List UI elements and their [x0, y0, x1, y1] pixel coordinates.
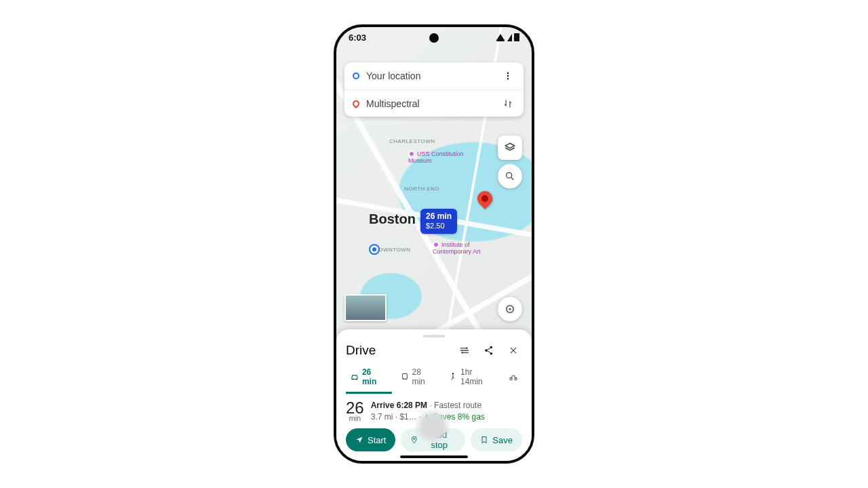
origin-field[interactable]: Your location [366, 70, 494, 81]
svg-point-7 [461, 352, 463, 354]
arrival-note: Fastest route [434, 401, 481, 410]
wifi-icon [496, 34, 505, 41]
more-options-button[interactable] [500, 68, 515, 83]
svg-point-5 [509, 308, 511, 310]
route-summary: 26 min Arrive 6:28 PM · Fastest route 3.… [346, 401, 522, 422]
swap-icon [503, 99, 513, 108]
layers-button[interactable] [498, 136, 522, 160]
route-detail-text: Arrive 6:28 PM · Fastest route 3.7 mi · … [371, 401, 485, 422]
sheet-header: Drive [346, 342, 522, 359]
museum-icon [433, 241, 439, 248]
tab-walk[interactable]: 1hr 14min [444, 365, 500, 394]
car-icon [350, 372, 359, 382]
punch-hole-camera [429, 33, 439, 43]
svg-point-0 [507, 73, 509, 74]
recenter-button[interactable] [498, 297, 522, 321]
search-icon [505, 171, 515, 182]
travel-mode-tabs: 26 min 28 min 1hr 14min [346, 365, 522, 394]
destination-field[interactable]: Multispectral [366, 98, 494, 109]
search-along-route-button[interactable] [498, 164, 522, 188]
duration-big: 26 min [346, 401, 364, 422]
destination-row[interactable]: Multispectral [344, 89, 524, 117]
route-origin-marker [370, 245, 378, 253]
svg-point-2 [507, 78, 509, 79]
battery-icon [514, 33, 519, 41]
tab-drive[interactable]: 26 min [346, 365, 392, 394]
svg-point-11 [353, 379, 354, 380]
arrival-time: Arrive 6:28 PM [371, 401, 427, 410]
svg-point-12 [355, 379, 357, 380]
add-location-icon [410, 436, 418, 444]
route-badge-duration: 26 min [426, 211, 452, 222]
bike-icon [509, 372, 518, 382]
add-stop-button[interactable]: Add stop [401, 428, 465, 451]
close-icon [509, 346, 518, 355]
route-badge-cost: $2.50 [426, 222, 452, 231]
svg-point-15 [406, 378, 406, 379]
streetview-thumbnail[interactable] [344, 294, 387, 321]
map-city-label: Boston [369, 211, 416, 227]
destination-dot-icon [351, 98, 361, 108]
navigate-icon [355, 436, 363, 444]
museum-icon [408, 150, 415, 157]
kebab-icon [503, 71, 513, 81]
directions-sheet[interactable]: Drive 26 min 28 min 1hr 14min [336, 329, 532, 461]
tune-icon [459, 345, 470, 356]
route-cost: $1… [399, 412, 416, 422]
fuel-savings: Saves 8% gas [424, 412, 485, 422]
leaf-icon [424, 413, 431, 420]
status-icons [496, 33, 519, 41]
share-button[interactable] [480, 342, 498, 359]
status-time: 6:03 [349, 33, 366, 43]
layers-icon [504, 142, 516, 154]
poi-uss-constitution[interactable]: USS Constitution Museum [408, 150, 469, 165]
start-button[interactable]: Start [346, 428, 395, 451]
locate-icon [504, 303, 516, 315]
svg-point-14 [403, 378, 403, 379]
tab-transit[interactable]: 28 min [396, 365, 441, 394]
svg-point-16 [452, 373, 454, 374]
svg-point-10 [490, 352, 492, 354]
neighborhood-north-end: NORTH END [404, 186, 439, 192]
bookmark-icon [480, 436, 488, 444]
save-button[interactable]: Save [471, 428, 522, 451]
gesture-bar[interactable] [400, 455, 468, 458]
tab-bike[interactable] [505, 365, 522, 394]
swap-button[interactable] [500, 96, 515, 111]
poi-ica[interactable]: Institute of Contemporary Art [433, 241, 494, 256]
route-options-button[interactable] [456, 342, 473, 359]
svg-rect-13 [402, 373, 407, 379]
svg-point-3 [507, 173, 512, 178]
signal-icon [507, 34, 512, 41]
route-distance: 3.7 mi [371, 412, 393, 422]
transit-icon [400, 372, 410, 382]
neighborhood-charlestown: CHARLESTOWN [389, 138, 435, 144]
sheet-title: Drive [346, 343, 449, 358]
directions-card: Your location Multispectral [344, 62, 524, 117]
svg-point-9 [490, 346, 492, 348]
phone-frame: 6:03 Boston CHARLESTOWN NORTH END DOWNTO… [334, 24, 534, 464]
walk-icon [448, 372, 458, 382]
share-icon [484, 345, 494, 356]
svg-point-6 [466, 347, 468, 349]
route-info-badge[interactable]: 26 min $2.50 [420, 209, 457, 234]
sheet-grabber[interactable] [423, 335, 445, 338]
neighborhood-downtown: DOWNTOWN [374, 247, 411, 253]
status-bar: 6:03 [336, 27, 532, 47]
svg-point-1 [507, 75, 509, 77]
origin-row[interactable]: Your location [344, 62, 524, 89]
close-sheet-button[interactable] [505, 342, 522, 359]
action-row: Start Add stop Save [346, 428, 522, 451]
origin-dot-icon [353, 73, 359, 79]
